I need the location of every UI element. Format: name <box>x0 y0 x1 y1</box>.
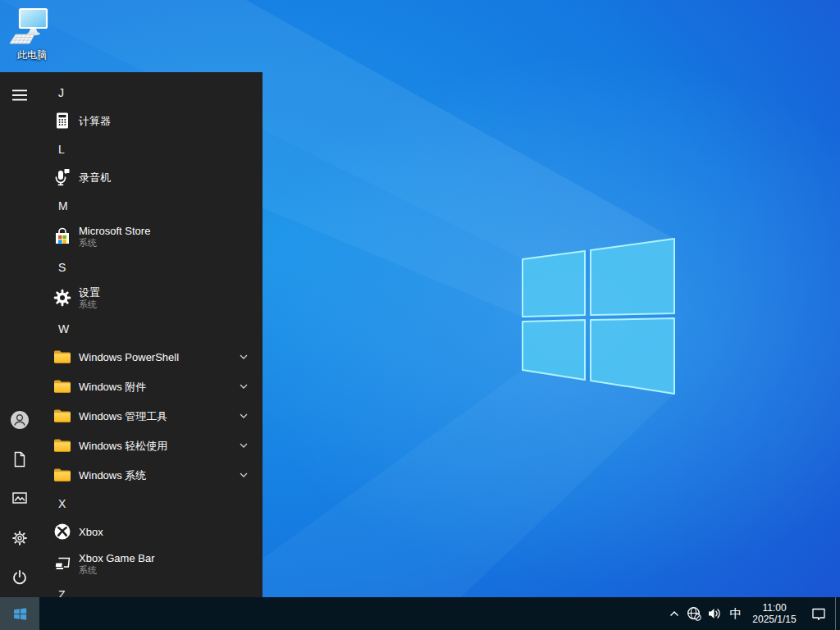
show-desktop-button[interactable] <box>835 597 840 630</box>
folder-icon <box>52 436 72 455</box>
network-no-internet-icon[interactable] <box>684 597 704 630</box>
start-app-voice-recorder[interactable]: 录音机 <box>39 162 262 192</box>
chevron-down-icon[interactable] <box>238 440 249 451</box>
desktop-icon-this-pc[interactable]: 此电脑 <box>7 7 57 62</box>
start-folder-windows-admin-tools[interactable]: Windows 管理工具 <box>39 401 262 431</box>
taskbar: 中 11:00 2025/1/15 <box>0 597 840 630</box>
start-app-xbox-game-bar[interactable]: Xbox Game Bar 系统 <box>39 546 262 581</box>
start-section-J[interactable]: J <box>39 79 262 106</box>
system-tray: 中 11:00 2025/1/15 <box>664 597 840 630</box>
settings-rail-icon[interactable] <box>8 527 31 550</box>
volume-icon[interactable] <box>704 597 725 630</box>
voice-recorder-icon <box>52 167 72 187</box>
app-label: Windows 附件 <box>79 381 146 393</box>
clock-time: 11:00 <box>762 602 786 614</box>
folder-icon <box>52 377 72 396</box>
start-folder-windows-accessories[interactable]: Windows 附件 <box>39 372 262 401</box>
chevron-down-icon[interactable] <box>238 381 249 392</box>
chevron-down-icon[interactable] <box>238 351 249 363</box>
action-center-icon[interactable] <box>802 597 835 630</box>
start-button[interactable] <box>0 597 39 630</box>
power-icon[interactable] <box>8 566 31 589</box>
app-label: Xbox Game Bar <box>79 552 155 564</box>
start-menu: J 计算器 L <box>0 72 262 597</box>
app-label: Windows PowerShell <box>79 351 179 363</box>
documents-icon[interactable] <box>8 448 31 471</box>
start-folder-windows-ease-of-access[interactable]: Windows 轻松使用 <box>39 431 262 460</box>
app-sublabel: 系统 <box>79 565 155 576</box>
chevron-down-icon[interactable] <box>238 469 249 481</box>
folder-icon <box>52 465 72 485</box>
start-section-M[interactable]: M <box>39 192 262 219</box>
app-label: 录音机 <box>79 171 111 184</box>
start-section-W[interactable]: W <box>39 315 262 342</box>
desktop: 此电脑 <box>0 0 840 630</box>
ime-indicator[interactable]: 中 <box>725 597 746 630</box>
windows-start-icon <box>13 607 27 621</box>
this-pc-label: 此电脑 <box>7 48 57 62</box>
app-label: 设置 <box>79 286 100 299</box>
hamburger-menu-icon[interactable] <box>8 84 31 107</box>
tray-chevron-up-icon[interactable] <box>664 597 684 630</box>
start-section-L[interactable]: L <box>39 135 262 162</box>
folder-icon <box>52 406 72 426</box>
app-label: Windows 管理工具 <box>79 410 167 422</box>
clock-date: 2025/1/15 <box>752 614 796 625</box>
user-account-icon[interactable] <box>8 409 31 431</box>
app-sublabel: 系统 <box>79 299 100 310</box>
chevron-down-icon[interactable] <box>238 410 249 422</box>
ime-label: 中 <box>730 606 742 622</box>
start-app-calculator[interactable]: 计算器 <box>39 106 262 135</box>
start-section-X[interactable]: X <box>39 490 262 517</box>
app-label: 计算器 <box>79 115 111 127</box>
start-app-microsoft-store[interactable]: Microsoft Store 系统 <box>39 219 262 253</box>
start-section-Z[interactable]: Z <box>39 581 262 597</box>
settings-gear-icon <box>52 288 72 308</box>
app-sublabel: 系统 <box>79 238 150 249</box>
this-pc-icon <box>9 7 55 48</box>
folder-icon <box>52 347 72 367</box>
start-folder-windows-powershell[interactable]: Windows PowerShell <box>39 342 262 372</box>
app-label: Windows 系统 <box>79 469 146 482</box>
calculator-icon <box>52 111 72 130</box>
app-label: Microsoft Store <box>79 225 150 237</box>
start-section-S[interactable]: S <box>39 253 262 281</box>
microsoft-store-icon <box>52 226 72 246</box>
start-menu-rail <box>0 72 39 597</box>
start-app-xbox[interactable]: Xbox <box>39 517 262 546</box>
start-folder-windows-system[interactable]: Windows 系统 <box>39 460 262 490</box>
xbox-icon <box>52 522 72 541</box>
app-label: Windows 轻松使用 <box>79 440 167 452</box>
start-app-list: J 计算器 L <box>39 72 262 597</box>
start-app-settings[interactable]: 设置 系统 <box>39 281 262 315</box>
xbox-game-bar-icon <box>52 554 72 573</box>
taskbar-clock[interactable]: 11:00 2025/1/15 <box>746 597 802 630</box>
pictures-icon[interactable] <box>8 486 31 509</box>
app-label: Xbox <box>79 526 103 538</box>
